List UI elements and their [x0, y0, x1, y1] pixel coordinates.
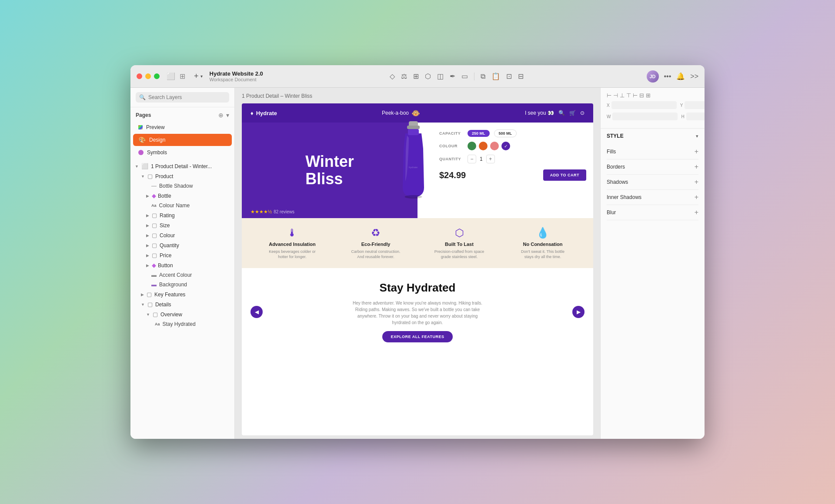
add-button[interactable]: + ▾ [194, 72, 203, 81]
more-options-icon[interactable]: ••• [664, 73, 671, 80]
add-fills-button[interactable]: + [695, 148, 698, 156]
page-item-design[interactable]: 🎨 Design [133, 134, 232, 146]
frame-tool-icon[interactable]: ▭ [461, 72, 468, 80]
overview-chevron-icon: ▼ [146, 312, 150, 317]
price-row: $24.99 ADD TO CART [439, 169, 586, 181]
minimize-button[interactable] [145, 73, 151, 79]
align-center-h-icon[interactable]: ⊣ [613, 92, 618, 99]
add-shadows-button[interactable]: + [695, 178, 698, 186]
accent-colour-layer[interactable]: ▬ Accent Colour [130, 270, 234, 280]
shape-tool-icon[interactable]: ◇ [390, 72, 395, 80]
pages-chevron-icon[interactable]: ▾ [226, 112, 229, 119]
next-arrow-button[interactable]: ▶ [572, 306, 584, 318]
capacity-250-button[interactable]: 250 ML [468, 130, 490, 137]
quantity-label: QUANTITY [439, 157, 463, 161]
right-sidebar: ⊢ ⊣ ⊥ ⊤ ⊢ ⊟ ⊞ X Y [600, 88, 705, 439]
stay-hydrated-section: ◀ Stay Hydrated Hey there adventurer. We… [242, 268, 593, 355]
features-section: 🌡 Advanced Insulation Keeps beverages co… [242, 218, 593, 268]
search-nav-icon[interactable]: 🔍 [558, 110, 565, 116]
ungroup-icon[interactable]: ⊟ [518, 72, 524, 80]
distribute-h-icon[interactable]: ⊞ [646, 92, 651, 99]
minus-icon: — [151, 183, 157, 189]
feature-title-3: Built To Last [445, 242, 474, 247]
component-icon[interactable]: ◫ [437, 72, 444, 80]
quantity-group[interactable]: ▶ ▢ Quantity [130, 240, 234, 250]
align-icon[interactable]: ⚖ [401, 72, 407, 80]
distribute-icon[interactable]: ⊞ [413, 72, 419, 80]
transform-icon[interactable]: ⬡ [425, 72, 431, 80]
rating-group[interactable]: ▶ ▢ Rating [130, 210, 234, 220]
page-item-symbols[interactable]: Symbols [133, 147, 232, 158]
nav-right-text: I see you 👀 [525, 110, 554, 116]
prev-arrow-button[interactable]: ◀ [250, 306, 263, 318]
star-row: ★★★★½ 82 reviews [250, 209, 294, 215]
distribute-v-icon[interactable]: ⊟ [639, 92, 644, 99]
align-left-icon[interactable]: ⊢ [607, 92, 611, 99]
x-input[interactable] [611, 101, 677, 109]
close-button[interactable] [137, 73, 142, 79]
fills-label: Fills [607, 149, 616, 155]
key-features-group[interactable]: ▶ ▢ Key Features [130, 289, 234, 299]
eco-icon: ♻ [371, 227, 381, 239]
align-top-icon[interactable]: ⊤ [626, 92, 631, 99]
artboard-icon: ⬜ [141, 163, 148, 169]
add-page-icon[interactable]: ⊕ [218, 112, 224, 119]
document-name: Hydrate Website 2.0 [210, 70, 263, 77]
search-input[interactable] [148, 94, 226, 100]
product-right: CAPACITY 250 ML 500 ML COLOUR [418, 123, 593, 218]
bottle-diamond-icon: ◆ [152, 192, 156, 199]
align-center-v-icon[interactable]: ⊥ [620, 92, 625, 99]
stay-hydrated-layer[interactable]: Aa Stay Hydrated [130, 319, 234, 329]
capacity-500-button[interactable]: 500 ML [494, 129, 517, 137]
site-logo: ♦ Hydrate [250, 110, 277, 116]
group-icon[interactable]: ⊡ [506, 72, 512, 80]
add-borders-button[interactable]: + [695, 163, 698, 171]
grid-view-icon[interactable]: ⊞ [180, 72, 185, 80]
artboard-layer[interactable]: ▼ ⬜ 1 Product Detail - Winter... [130, 161, 234, 171]
menu-icon[interactable]: ⊙ [580, 110, 584, 116]
search-box[interactable]: 🔍 [136, 92, 229, 103]
product-group[interactable]: ▼ ▢ Product [130, 171, 234, 181]
details-group[interactable]: ▼ ▢ Details [130, 299, 234, 309]
color-orange-dot[interactable] [479, 142, 488, 150]
quantity-chevron-icon: ▶ [146, 243, 149, 248]
background-layer[interactable]: ▬ Background [130, 280, 234, 289]
quantity-increase-button[interactable]: + [486, 155, 495, 163]
stay-hydrated-title: Stay Hydrated [380, 281, 456, 295]
user-avatar[interactable]: JD [647, 70, 659, 83]
page-item-preview[interactable]: Preview [133, 122, 232, 133]
title-bar-left: ⬜ ⊞ [167, 72, 185, 80]
add-blur-button[interactable]: + [695, 209, 698, 216]
color-pink-dot[interactable] [490, 142, 499, 150]
colour-name-layer[interactable]: Aa Colour Name [130, 201, 234, 210]
style-chevron-icon[interactable]: ▾ [696, 133, 698, 139]
view-toggle-icon[interactable]: ⬜ [167, 72, 175, 80]
add-inner-shadows-button[interactable]: + [695, 193, 698, 201]
quantity-decrease-button[interactable]: − [468, 155, 476, 163]
page-name-symbols: Symbols [147, 149, 167, 156]
copy-icon[interactable]: ⧉ [481, 73, 485, 80]
pen-tool-icon[interactable]: ✒ [450, 72, 455, 80]
paste-icon[interactable]: 📋 [491, 72, 500, 80]
colour-group[interactable]: ▶ ▢ Colour [130, 230, 234, 240]
overview-group[interactable]: ▼ ▢ Overview [130, 309, 234, 319]
bottle-layer[interactable]: ▶ ◆ Bottle [130, 191, 234, 201]
feature-item-2: ♻ Eco-Friendly Carbon neutral constructi… [350, 227, 402, 259]
bottle-shadow-layer[interactable]: — Bottle Shadow [130, 181, 234, 191]
h-input[interactable] [686, 113, 705, 120]
add-to-cart-button[interactable]: ADD TO CART [543, 169, 586, 181]
color-purple-dot[interactable]: ✓ [501, 142, 510, 150]
cart-icon[interactable]: 🛒 [569, 110, 576, 116]
toolbar-separator [474, 73, 474, 80]
button-group[interactable]: ▶ ◆ Button [130, 260, 234, 270]
expand-icon[interactable]: >> [690, 73, 698, 80]
maximize-button[interactable] [154, 73, 160, 79]
explore-features-button[interactable]: EXPLORE ALL FEATURES [382, 331, 453, 342]
price-group[interactable]: ▶ ▢ Price [130, 250, 234, 260]
size-group[interactable]: ▶ ▢ Size [130, 220, 234, 230]
y-input[interactable] [685, 101, 705, 109]
w-input[interactable] [612, 113, 678, 120]
align-bottom-icon[interactable]: ⊢ [633, 92, 638, 99]
notifications-icon[interactable]: 🔔 [676, 72, 685, 80]
color-green-dot[interactable] [468, 142, 476, 150]
